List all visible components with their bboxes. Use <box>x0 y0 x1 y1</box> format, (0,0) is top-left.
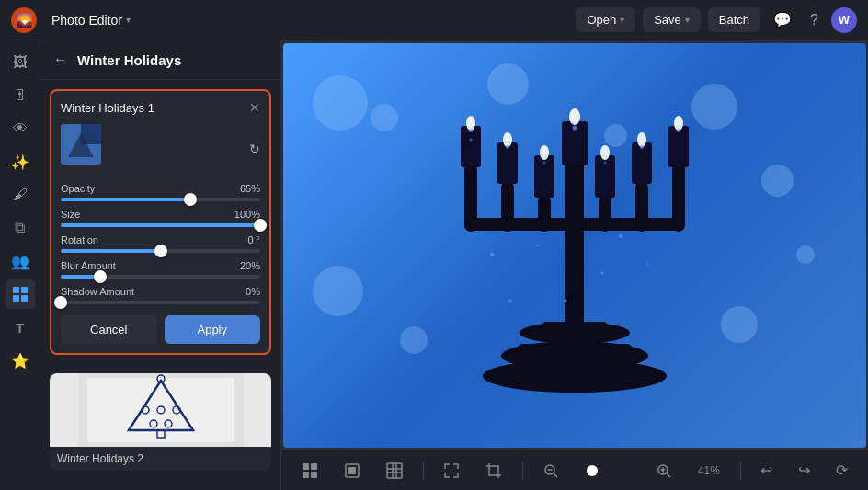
svg-point-42 <box>543 161 546 164</box>
svg-rect-17 <box>565 163 584 328</box>
overlay-card-title: Winter Holidays 1 <box>61 101 154 115</box>
batch-label: Batch <box>719 13 749 27</box>
svg-point-58 <box>483 359 667 393</box>
rotation-value: 0 ° <box>247 234 260 245</box>
move-toolbar-button[interactable] <box>338 459 366 483</box>
thumbnail-card[interactable]: Winter Holidays 2 <box>50 373 271 471</box>
app-header: 🌄 Photo Editor ▾ Open ▾ Save ▾ Batch 💬 ?… <box>0 0 868 40</box>
sidebar-item-effects[interactable]: ✨ <box>6 147 35 177</box>
sidebar-item-overlays[interactable] <box>6 279 35 309</box>
svg-rect-2 <box>13 295 19 302</box>
sidebar-item-brush[interactable]: 🖌 <box>6 180 35 210</box>
shadow-slider-row: Shadow Amount 0% <box>61 286 260 306</box>
svg-line-71 <box>554 473 558 477</box>
svg-point-48 <box>601 271 604 274</box>
overlay-close-button[interactable]: ✕ <box>249 100 260 115</box>
open-chevron-icon: ▾ <box>620 15 624 25</box>
rotation-slider-track <box>61 249 260 253</box>
layers-toolbar-button[interactable] <box>296 459 324 483</box>
sidebar-icons: 🖼 🎚 👁 ✨ 🖌 ⧉ 👥 T ⭐ <box>0 40 40 490</box>
svg-point-34 <box>540 145 549 160</box>
thumbnail-title: Winter Holidays 2 <box>50 447 271 471</box>
svg-rect-21 <box>538 195 551 232</box>
svg-point-33 <box>503 132 512 147</box>
blur-slider-row: Blur Amount 20% <box>61 260 260 280</box>
svg-point-41 <box>506 145 509 149</box>
app-name-button[interactable]: Photo Editor ▾ <box>44 9 138 31</box>
svg-point-32 <box>466 116 475 131</box>
sidebar-item-stickers[interactable]: ⭐ <box>6 346 35 375</box>
crop-button[interactable] <box>480 459 508 483</box>
zoom-slider[interactable] <box>579 469 635 473</box>
batch-button[interactable]: Batch <box>708 7 760 32</box>
svg-rect-22 <box>599 195 611 232</box>
refresh-button[interactable]: ↻ <box>249 142 260 156</box>
svg-point-47 <box>490 253 494 256</box>
redo-button[interactable]: ⟳ <box>830 458 853 483</box>
zoom-in-button[interactable] <box>650 459 678 483</box>
app-name-label: Photo Editor <box>51 13 122 28</box>
size-slider-row: Size 100% <box>61 209 260 229</box>
undo-button[interactable]: ↪ <box>793 458 816 483</box>
svg-rect-61 <box>303 472 309 478</box>
thumbnail-section: Winter Holidays 2 <box>40 364 280 480</box>
svg-rect-62 <box>311 472 317 478</box>
svg-point-51 <box>565 299 567 302</box>
svg-point-46 <box>677 129 680 132</box>
apply-button[interactable]: Apply <box>165 315 261 344</box>
zoom-value: 41% <box>692 464 725 477</box>
cancel-button[interactable]: Cancel <box>61 315 157 344</box>
sidebar-item-people[interactable]: 👥 <box>6 246 35 276</box>
svg-rect-18 <box>464 218 685 231</box>
sliders-group: Opacity 65% Size 100% <box>61 183 260 306</box>
canvas-main[interactable] <box>281 40 868 450</box>
svg-point-38 <box>674 116 683 131</box>
svg-rect-3 <box>21 295 28 302</box>
size-value: 100% <box>234 209 260 220</box>
svg-rect-19 <box>464 163 477 232</box>
svg-rect-23 <box>635 181 648 232</box>
revert-button[interactable]: ↩ <box>755 458 778 483</box>
size-label: Size <box>61 209 80 220</box>
svg-point-53 <box>508 299 512 302</box>
svg-rect-20 <box>501 181 514 232</box>
svg-point-49 <box>537 245 539 246</box>
chat-icon-button[interactable]: 💬 <box>768 6 797 34</box>
avatar[interactable]: W <box>831 7 857 33</box>
svg-point-43 <box>573 125 577 130</box>
sidebar-item-photos[interactable]: 🖼 <box>6 48 35 77</box>
action-buttons: Cancel Apply <box>61 315 260 344</box>
opacity-label: Opacity <box>61 183 95 194</box>
back-button[interactable]: ← <box>51 50 70 70</box>
rotation-slider-row: Rotation 0 ° <box>61 234 260 255</box>
svg-point-44 <box>604 161 607 164</box>
sidebar-item-text[interactable]: T <box>6 313 35 342</box>
save-button[interactable]: Save ▾ <box>643 7 701 32</box>
blur-value: 20% <box>240 260 260 271</box>
size-slider-track <box>61 223 260 227</box>
open-button[interactable]: Open ▾ <box>576 7 635 32</box>
svg-point-40 <box>470 138 473 141</box>
help-icon-button[interactable]: ? <box>805 6 824 34</box>
app-name-chevron-icon: ▾ <box>126 15 131 25</box>
svg-point-37 <box>637 132 646 147</box>
grid-toolbar-button[interactable] <box>381 459 408 483</box>
fullscreen-button[interactable] <box>438 459 465 483</box>
svg-point-39 <box>469 129 473 132</box>
panel: ← Winter Holidays Winter Holidays 1 ✕ ↻ <box>40 40 281 490</box>
canvas-image <box>283 43 866 448</box>
sidebar-item-adjustments[interactable]: 🎚 <box>6 81 35 110</box>
sidebar-item-eye[interactable]: 👁 <box>6 114 35 143</box>
overlay-preview-row: ↻ <box>61 124 260 174</box>
svg-rect-64 <box>348 467 356 474</box>
sidebar-item-layers[interactable]: ⧉ <box>6 213 35 243</box>
shadow-slider-track <box>61 301 260 304</box>
svg-point-45 <box>640 145 644 149</box>
blur-label: Blur Amount <box>61 260 116 271</box>
zoom-out-button[interactable] <box>537 459 565 483</box>
svg-rect-24 <box>672 163 685 232</box>
app-logo: 🌄 <box>11 7 37 33</box>
avatar-letter: W <box>839 13 850 27</box>
canvas-area: 41% ↩ ↪ ⟳ <box>281 40 868 490</box>
opacity-slider-row: Opacity 65% <box>61 183 260 203</box>
